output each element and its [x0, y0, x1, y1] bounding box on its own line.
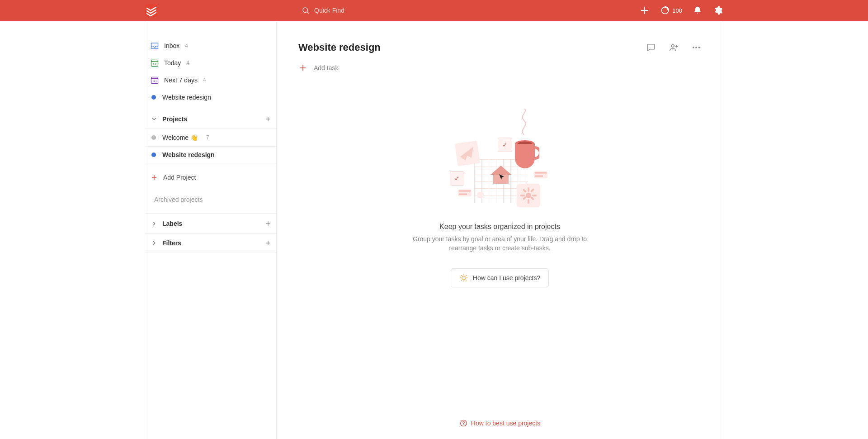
- svg-line-54: [466, 280, 467, 281]
- calendar-today-icon: 17: [150, 58, 160, 67]
- add-label-icon-button[interactable]: [264, 220, 272, 227]
- app-logo[interactable]: [145, 4, 158, 17]
- sidebar-section-labels[interactable]: Labels: [145, 213, 276, 233]
- inbox-count: 4: [185, 43, 188, 49]
- next7-count: 4: [203, 77, 206, 83]
- bell-icon: [693, 6, 702, 15]
- add-project-label: Add Project: [163, 174, 196, 181]
- labels-header-label: Labels: [162, 220, 182, 227]
- svg-point-11: [153, 80, 154, 81]
- svg-line-55: [466, 275, 467, 276]
- svg-point-16: [156, 81, 157, 82]
- sidebar-item-today[interactable]: 17 Today 4: [145, 54, 276, 72]
- comments-button[interactable]: [646, 43, 656, 52]
- topbar-actions: 100: [640, 5, 723, 15]
- sidebar-item-next7days[interactable]: Next 7 days 4: [145, 72, 276, 89]
- more-horizontal-icon: [691, 43, 701, 52]
- svg-rect-38: [528, 187, 529, 192]
- project-color-dot: [151, 95, 156, 100]
- svg-point-15: [154, 81, 155, 82]
- plus-icon: [151, 174, 158, 181]
- svg-point-37: [526, 193, 531, 198]
- sidebar-item-inbox[interactable]: Inbox 4: [145, 37, 276, 54]
- more-button[interactable]: [691, 43, 701, 52]
- project-color-dot: [151, 153, 156, 157]
- chevron-down-icon: [150, 116, 159, 122]
- svg-rect-44: [530, 188, 534, 192]
- project-header: Website redesign: [298, 42, 701, 53]
- topbar: 100: [0, 0, 868, 21]
- plus-icon: [640, 5, 650, 15]
- today-count: 4: [186, 60, 189, 66]
- footer-help-link[interactable]: How to best use projects: [459, 419, 540, 427]
- today-label: Today: [164, 59, 181, 67]
- plus-icon: [298, 63, 307, 72]
- empty-state-title: Keep your tasks organized in projects: [439, 223, 560, 231]
- settings-button[interactable]: [713, 5, 723, 15]
- gear-icon: [713, 5, 723, 15]
- archived-projects-link[interactable]: Archived projects: [145, 186, 276, 213]
- sidebar-project-welcome[interactable]: Welcome 👋 7: [145, 129, 276, 146]
- comment-icon: [646, 43, 656, 52]
- sidebar: Inbox 4 17 Today 4: [145, 21, 277, 439]
- project-color-dot: [151, 135, 156, 140]
- projects-header-label: Projects: [162, 115, 187, 123]
- karma-points: 100: [672, 7, 682, 14]
- sidebar-section-projects[interactable]: Projects: [145, 109, 276, 129]
- svg-point-58: [463, 425, 464, 425]
- empty-state: ✓ ✓: [298, 110, 701, 287]
- workspace: Inbox 4 17 Today 4: [145, 21, 723, 439]
- svg-point-25: [671, 44, 674, 47]
- project-label: Website redesign: [162, 151, 215, 158]
- person-add-icon: [669, 43, 679, 52]
- notifications-button[interactable]: [693, 6, 702, 15]
- help-projects-button[interactable]: How can I use projects?: [451, 268, 549, 287]
- search-input[interactable]: [314, 7, 405, 14]
- share-button[interactable]: [669, 43, 679, 52]
- lightbulb-icon: [459, 273, 468, 282]
- project-list: Welcome 👋 7 Website redesign: [145, 129, 276, 163]
- topbar-inner: 100: [145, 0, 723, 21]
- add-task-button[interactable]: Add task: [298, 62, 701, 83]
- favorite-project-label: Website redesign: [162, 94, 211, 101]
- filters-header-label: Filters: [162, 239, 181, 247]
- inbox-icon: [150, 41, 160, 50]
- sidebar-favorite-project[interactable]: Website redesign: [145, 89, 276, 106]
- svg-point-12: [154, 80, 155, 81]
- empty-state-illustration: ✓ ✓: [448, 110, 552, 210]
- svg-rect-41: [532, 195, 537, 196]
- svg-point-48: [462, 276, 466, 279]
- empty-state-description: Group your tasks by goal or area of your…: [410, 234, 590, 253]
- svg-rect-43: [530, 196, 534, 200]
- chevron-right-icon: [150, 220, 159, 227]
- add-filter-icon-button[interactable]: [264, 239, 272, 247]
- project-label: Welcome 👋: [162, 134, 198, 141]
- help-button-label: How can I use projects?: [473, 274, 540, 282]
- svg-point-14: [153, 81, 154, 82]
- karma-icon: [660, 6, 670, 15]
- search-box[interactable]: [302, 6, 405, 14]
- svg-rect-42: [522, 189, 526, 193]
- logo-icon: [145, 4, 158, 17]
- next7-label: Next 7 days: [164, 76, 198, 84]
- svg-point-30: [698, 47, 700, 48]
- main-content: Website redesign: [277, 21, 723, 439]
- karma-indicator[interactable]: 100: [660, 6, 682, 15]
- chevron-right-icon: [150, 240, 159, 246]
- svg-line-56: [461, 280, 462, 281]
- add-project-button[interactable]: Add Project: [145, 169, 276, 186]
- help-circle-icon: [459, 419, 467, 427]
- svg-rect-40: [520, 195, 525, 196]
- calendar-week-icon: [150, 76, 160, 85]
- svg-point-13: [156, 80, 157, 81]
- sidebar-project-website-redesign[interactable]: Website redesign: [145, 146, 276, 163]
- project-count: 7: [206, 134, 209, 141]
- add-task-label: Add task: [314, 64, 338, 72]
- svg-line-2: [307, 12, 308, 13]
- sidebar-section-filters[interactable]: Filters: [145, 233, 276, 253]
- svg-text:17: 17: [153, 62, 156, 66]
- quick-add-button[interactable]: [640, 5, 650, 15]
- add-project-icon-button[interactable]: [264, 115, 272, 123]
- project-title: Website redesign: [298, 42, 381, 53]
- svg-line-53: [461, 275, 462, 276]
